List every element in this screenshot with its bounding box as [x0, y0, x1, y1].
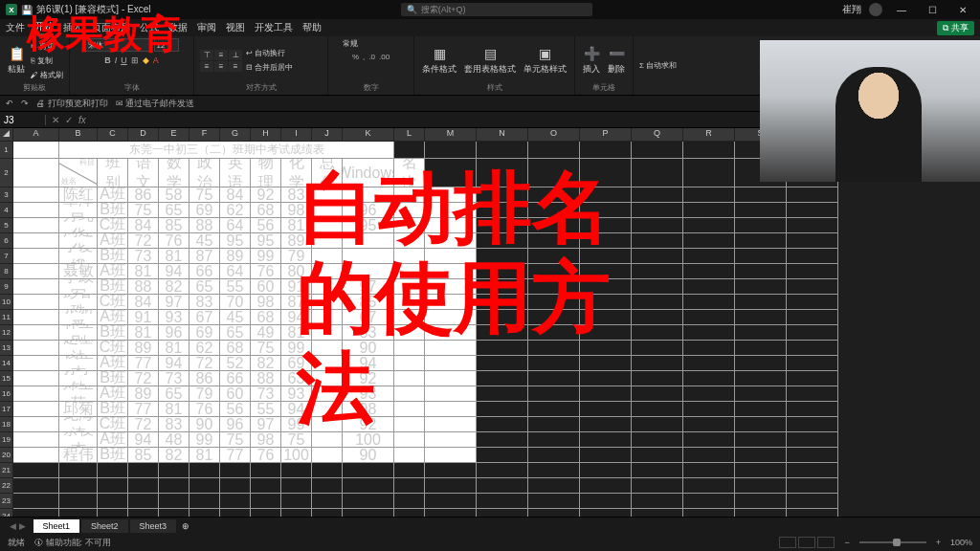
- zoom-slider[interactable]: [859, 541, 926, 543]
- cell[interactable]: 58: [159, 187, 189, 203]
- col-header[interactable]: Q: [632, 128, 683, 142]
- col-header[interactable]: O: [528, 128, 580, 142]
- cell[interactable]: 65: [159, 203, 189, 218]
- cell[interactable]: 98: [251, 295, 281, 310]
- zoom-in[interactable]: +: [936, 538, 941, 547]
- number-format-select[interactable]: 常规: [343, 38, 400, 49]
- print-preview-button[interactable]: 🖨 打印预览和打印: [36, 98, 108, 110]
- cell[interactable]: 81: [128, 264, 159, 279]
- cell[interactable]: 95: [220, 233, 251, 249]
- cell[interactable]: 45: [189, 233, 220, 249]
- cell[interactable]: 75: [281, 432, 312, 448]
- cell[interactable]: 89: [128, 386, 159, 402]
- cell[interactable]: [394, 432, 425, 448]
- cell[interactable]: 85: [159, 218, 189, 233]
- cell[interactable]: 81: [159, 341, 189, 356]
- cell[interactable]: 82: [159, 448, 189, 463]
- cell[interactable]: 66: [189, 264, 220, 279]
- cell[interactable]: 73: [128, 249, 159, 264]
- delete-button[interactable]: ➖删除: [606, 43, 627, 77]
- cell[interactable]: 100: [343, 432, 394, 448]
- cell[interactable]: 95: [251, 233, 281, 249]
- cell[interactable]: 70: [220, 295, 251, 310]
- col-header[interactable]: I: [281, 128, 312, 142]
- cell[interactable]: 100: [281, 448, 312, 463]
- cell[interactable]: 84: [128, 218, 159, 233]
- cell[interactable]: 82: [159, 279, 189, 295]
- cell[interactable]: 77: [220, 448, 251, 463]
- search-input[interactable]: 🔍 搜索(Alt+Q): [401, 3, 592, 16]
- avatar[interactable]: [869, 3, 882, 16]
- cell[interactable]: 64: [220, 264, 251, 279]
- sheet-title[interactable]: 东莞一中初三（二）班期中考试成绩表: [59, 142, 394, 159]
- align-left[interactable]: ≡: [200, 61, 213, 72]
- table-format-button[interactable]: ▤套用表格格式: [462, 43, 518, 77]
- cell[interactable]: 65: [159, 386, 189, 402]
- cell[interactable]: 77: [128, 356, 159, 371]
- cell[interactable]: 83: [159, 417, 189, 432]
- cell[interactable]: 99: [189, 432, 220, 448]
- cell[interactable]: 75: [128, 203, 159, 218]
- select-all[interactable]: ◢: [0, 128, 13, 142]
- inc-decimal[interactable]: .0: [368, 53, 375, 61]
- col-header[interactable]: L: [394, 128, 425, 142]
- cell[interactable]: 55: [251, 402, 281, 417]
- cell[interactable]: 48: [159, 432, 189, 448]
- cell[interactable]: 68: [220, 341, 251, 356]
- cell[interactable]: 90: [189, 417, 220, 432]
- cell[interactable]: 73: [251, 386, 281, 402]
- col-header[interactable]: P: [580, 128, 632, 142]
- cell[interactable]: 84: [220, 187, 251, 203]
- cell[interactable]: 94: [159, 264, 189, 279]
- cell[interactable]: 45: [220, 310, 251, 325]
- cell[interactable]: 75: [220, 432, 251, 448]
- cell[interactable]: 96: [220, 417, 251, 432]
- share-button[interactable]: ⧉ 共享: [937, 21, 974, 35]
- sheet-tab-Sheet1[interactable]: Sheet1: [33, 519, 80, 533]
- cell[interactable]: 64: [220, 218, 251, 233]
- name-box[interactable]: J3: [0, 115, 46, 125]
- cell[interactable]: 90: [343, 448, 394, 463]
- col-header[interactable]: M: [425, 128, 477, 142]
- undo-button[interactable]: ↶: [6, 99, 13, 108]
- cell[interactable]: 81: [159, 249, 189, 264]
- cell[interactable]: 91: [128, 310, 159, 325]
- menu-文件[interactable]: 文件: [6, 21, 25, 34]
- cell[interactable]: 81: [159, 402, 189, 417]
- cell[interactable]: 81: [189, 448, 220, 463]
- menu-审阅[interactable]: 审阅: [197, 21, 216, 34]
- zoom-out[interactable]: −: [844, 538, 849, 547]
- cell[interactable]: 65: [189, 279, 220, 295]
- cell[interactable]: 76: [251, 264, 281, 279]
- cell[interactable]: 97: [159, 295, 189, 310]
- cell[interactable]: 73: [159, 371, 189, 386]
- cell[interactable]: 82: [251, 356, 281, 371]
- col-header[interactable]: R: [683, 128, 735, 142]
- minimize-button[interactable]: —: [890, 1, 913, 18]
- currency-button[interactable]: %: [352, 53, 359, 61]
- email-button[interactable]: ✉ 通过电子邮件发送: [116, 98, 195, 110]
- sheet-tab-Sheet3[interactable]: Sheet3: [130, 519, 177, 533]
- close-button[interactable]: ✕: [951, 1, 974, 18]
- col-header[interactable]: K: [343, 128, 394, 142]
- col-header[interactable]: D: [128, 128, 159, 142]
- cell[interactable]: 68: [251, 203, 281, 218]
- cell[interactable]: 93: [159, 310, 189, 325]
- align-right[interactable]: ≡: [229, 61, 242, 72]
- col-header[interactable]: E: [159, 128, 189, 142]
- view-normal[interactable]: [779, 537, 796, 548]
- col-header[interactable]: N: [477, 128, 528, 142]
- cell[interactable]: 76: [189, 402, 220, 417]
- cell[interactable]: 88: [128, 279, 159, 295]
- insert-button[interactable]: ➕插入: [581, 43, 602, 77]
- cell[interactable]: 99: [251, 249, 281, 264]
- col-header[interactable]: H: [251, 128, 281, 142]
- cell[interactable]: 94: [159, 356, 189, 371]
- cell[interactable]: 94: [128, 432, 159, 448]
- cell[interactable]: 60: [251, 279, 281, 295]
- cell[interactable]: 67: [189, 310, 220, 325]
- cell[interactable]: 83: [189, 295, 220, 310]
- cell[interactable]: 69: [189, 203, 220, 218]
- cell[interactable]: 81: [128, 325, 159, 341]
- cell[interactable]: 65: [220, 325, 251, 341]
